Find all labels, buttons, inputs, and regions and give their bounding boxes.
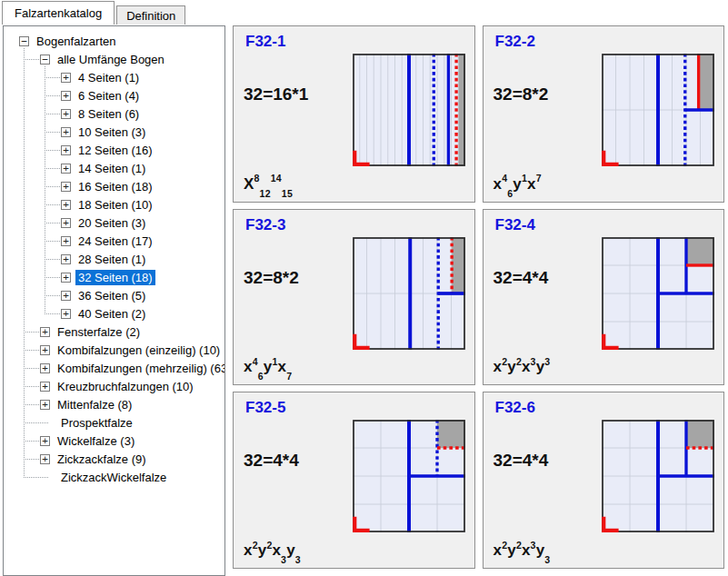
expand-icon[interactable]: + [40, 436, 50, 446]
tree-item-label[interactable]: 14 Seiten (1) [75, 161, 148, 176]
expand-icon[interactable]: + [61, 200, 71, 210]
fold-equation: 32=4*4 [494, 268, 549, 288]
tree-connector [45, 186, 60, 187]
tree-item-12-seiten-16[interactable]: +12 Seiten (16) [4, 141, 224, 159]
tree-item-40-seiten-2[interactable]: +40 Seiten (2) [4, 304, 224, 323]
expand-icon[interactable]: + [61, 273, 71, 283]
collapse-icon[interactable]: − [19, 36, 29, 46]
tree-connector [45, 150, 60, 151]
fold-card-f32-2[interactable]: F32-2 32=8*2 x46y1x7 [483, 25, 725, 203]
expand-icon[interactable]: + [61, 145, 71, 155]
tree-connector [24, 59, 39, 60]
tree-item-label[interactable]: 36 Seiten (5) [75, 288, 148, 303]
tree-item-label[interactable]: Wickelfalze (3) [55, 433, 137, 449]
tree-item-8-seiten-6[interactable]: +8 Seiten (6) [4, 104, 224, 123]
tree-item-label[interactable]: Kombifalzungen (mehrzeilig) (63) [55, 361, 225, 376]
tree-item-label[interactable]: Kombifalzungen (einzeilig) (10) [55, 343, 223, 358]
expand-icon[interactable]: + [40, 345, 50, 355]
tree-item-label[interactable]: ZickzackWickelfalze [58, 470, 169, 485]
tree-item-label[interactable]: 18 Seiten (10) [75, 197, 155, 213]
collapse-icon[interactable]: − [40, 55, 50, 65]
tree-item-label[interactable]: 40 Seiten (2) [75, 306, 148, 322]
expand-icon[interactable]: + [40, 454, 50, 464]
tree-item-prospektfalze[interactable]: Prospektfalze [4, 413, 224, 432]
tree-item-kombifalzungen-einzeilig-10[interactable]: +Kombifalzungen (einzeilig) (10) [4, 341, 224, 359]
tree-item-kreuzbruchfalzungen-10[interactable]: +Kreuzbruchfalzungen (10) [4, 377, 224, 395]
tree-item-label[interactable]: Prospektfalze [58, 415, 135, 431]
tree-item-label[interactable]: Zickzackfalze (9) [55, 452, 149, 467]
tree-item-24-seiten-17[interactable]: +24 Seiten (17) [4, 232, 224, 250]
expand-icon[interactable]: + [61, 164, 71, 174]
tree-item-6-seiten-4[interactable]: +6 Seiten (4) [4, 86, 224, 104]
tree-item-label[interactable]: Mittenfalze (8) [55, 397, 135, 412]
expand-icon[interactable]: + [61, 182, 71, 192]
expand-icon[interactable]: + [61, 127, 71, 137]
expand-icon[interactable]: + [40, 400, 50, 410]
tree-item-20-seiten-3[interactable]: +20 Seiten (3) [4, 214, 224, 232]
fold-card-f32-3[interactable]: F32-3 32=8*2 x46y1x7 [233, 209, 475, 386]
tree-item-label[interactable]: 10 Seiten (3) [75, 124, 148, 140]
gray-region [686, 420, 714, 448]
expand-icon[interactable]: + [61, 109, 71, 119]
tree-item-zickzackwickelfalze[interactable]: ZickzackWickelfalze [4, 468, 224, 486]
tab-bar: FalzartenkatalogDefinition [2, 0, 187, 25]
tree-item-label[interactable]: 6 Seiten (4) [75, 88, 142, 104]
expand-icon[interactable]: + [61, 254, 71, 264]
tree-item-label[interactable]: Fensterfalze (2) [55, 324, 143, 340]
tree-item-label[interactable]: 12 Seiten (16) [75, 143, 155, 158]
tree-item-label[interactable]: 16 Seiten (18) [75, 179, 155, 194]
fold-equation: 32=16*1 [244, 84, 308, 104]
tree-item-14-seiten-1[interactable]: +14 Seiten (1) [4, 159, 224, 177]
expand-icon[interactable]: + [61, 218, 71, 228]
tree-item-36-seiten-5[interactable]: +36 Seiten (5) [4, 286, 224, 304]
tree-item-16-seiten-18[interactable]: +16 Seiten (18) [4, 177, 224, 195]
tree-item-label[interactable]: 8 Seiten (6) [75, 106, 142, 122]
tree-item-10-seiten-3[interactable]: +10 Seiten (3) [4, 123, 224, 141]
tree-item-wickelfalze-3[interactable]: +Wickelfalze (3) [4, 432, 224, 450]
tree-item-28-seiten-1[interactable]: +28 Seiten (1) [4, 250, 224, 268]
tree-item-4-seiten-1[interactable]: +4 Seiten (1) [4, 68, 224, 86]
fold-card-f32-1[interactable]: F32-1 32=16*1 X8121415 [233, 25, 475, 203]
fold-card-f32-5[interactable]: F32-5 32=4*4 x2y2x3y3 [233, 392, 475, 569]
fold-card-f32-4[interactable]: F32-4 32=4*4 x2y2x3y3 [483, 209, 725, 386]
tree-item-label[interactable]: 4 Seiten (1) [75, 70, 142, 85]
expand-icon[interactable]: + [40, 327, 50, 337]
fold-card-title: F32-3 [245, 216, 285, 234]
tree-item-18-seiten-10[interactable]: +18 Seiten (10) [4, 195, 224, 214]
tab-definition[interactable]: Definition [116, 5, 185, 25]
expand-icon[interactable]: + [40, 363, 50, 373]
fold-sheet-diagram [353, 237, 465, 350]
fold-pattern-grid: F32-1 32=16*1 X8121415 F32-2 32=8*2 x46y… [233, 25, 724, 569]
tree-connector [24, 350, 39, 351]
tree-connector [45, 259, 60, 260]
tree-item-label[interactable]: 28 Seiten (1) [75, 252, 148, 267]
expand-icon[interactable]: + [61, 91, 71, 101]
fold-formula: x46y1x7 [494, 175, 542, 194]
fold-sheet-diagram [602, 237, 714, 350]
tree-item-mittenfalze-8[interactable]: +Mittenfalze (8) [4, 395, 224, 413]
tree-item-32-seiten-18[interactable]: +32 Seiten (18) [4, 268, 224, 286]
tree-item-label[interactable]: 32 Seiten (18) [75, 270, 155, 285]
expand-icon[interactable]: + [61, 236, 71, 246]
tree-connector [24, 368, 39, 369]
fold-sheet-diagram [353, 420, 465, 532]
expand-icon[interactable]: + [40, 382, 50, 392]
tab-falzartenkatalog[interactable]: Falzartenkatalog [2, 1, 115, 25]
fold-card-f32-6[interactable]: F32-6 32=4*4 x2y2x3y3 [483, 392, 725, 569]
fold-card-title: F32-5 [245, 399, 285, 417]
tree-connector [45, 95, 60, 96]
tree-item-zickzackfalze-9[interactable]: +Zickzackfalze (9) [4, 450, 224, 468]
tree-item-bogenfalzarten[interactable]: −Bogenfalzarten [4, 32, 224, 50]
tree-item-label[interactable]: alle Umfänge Bogen [55, 52, 167, 67]
expand-icon[interactable]: + [61, 309, 71, 319]
tree-item-label[interactable]: 20 Seiten (3) [75, 215, 148, 231]
expand-icon[interactable]: + [61, 291, 71, 301]
tree-item-kombifalzungen-mehrzeilig-63[interactable]: +Kombifalzungen (mehrzeilig) (63) [4, 359, 224, 377]
tree-item-label[interactable]: 24 Seiten (17) [75, 233, 155, 249]
tree-item-alle-umfänge-bogen[interactable]: −alle Umfänge Bogen [4, 50, 224, 68]
tree-item-label[interactable]: Bogenfalzarten [34, 34, 118, 49]
tree-connector [24, 422, 49, 423]
expand-icon[interactable]: + [61, 73, 71, 83]
tree-item-fensterfalze-2[interactable]: +Fensterfalze (2) [4, 323, 224, 341]
tree-item-label[interactable]: Kreuzbruchfalzungen (10) [55, 379, 196, 394]
